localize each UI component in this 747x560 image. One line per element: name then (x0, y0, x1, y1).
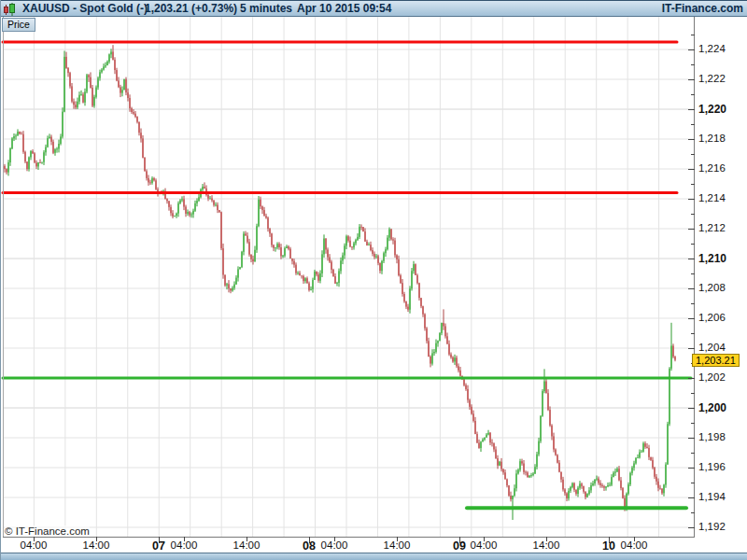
candle-body (37, 162, 39, 166)
candle-body (232, 287, 233, 290)
candle-body (415, 264, 416, 275)
candle-body (138, 122, 140, 133)
candle-body (431, 353, 433, 363)
candle-body (570, 487, 571, 491)
candle-body (631, 468, 633, 473)
candle-body (360, 227, 362, 228)
candle-body (529, 476, 530, 478)
candle-body (601, 485, 603, 486)
y-axis-label: 1,208 (698, 282, 726, 294)
candle-body (430, 357, 431, 364)
x-axis-time-label: 14:00 (76, 539, 117, 551)
candle-body (11, 138, 13, 148)
candle-body (52, 142, 54, 153)
candle-body (260, 200, 261, 207)
candle-body (573, 483, 575, 490)
candle-body (560, 472, 562, 480)
candle-body (517, 469, 519, 473)
candle-body (293, 261, 295, 265)
datetime-label: Apr 10 2015 09:54 (297, 1, 391, 17)
timeframe-label: 5 minutes (240, 1, 292, 17)
tab-price[interactable]: Price (2, 18, 35, 32)
candle-body (187, 212, 189, 214)
candle-body (456, 357, 458, 366)
candle-body (613, 473, 614, 478)
candle-body (39, 162, 41, 163)
candle-body (486, 435, 487, 438)
candle-body (267, 217, 269, 229)
candle-body (316, 272, 317, 274)
candle-body (226, 284, 228, 285)
candle-body (549, 410, 551, 426)
candle-body (585, 492, 586, 497)
y-axis-label: 1,216 (698, 162, 726, 175)
candle-body (504, 472, 506, 479)
candle-body (92, 88, 93, 105)
candle-body (174, 216, 176, 217)
candle-body (243, 233, 245, 251)
candle-body (177, 203, 179, 214)
candle-body (67, 68, 69, 73)
candle-body (202, 187, 204, 189)
candle-body (6, 169, 7, 173)
candle-body (390, 230, 392, 240)
candle-body (50, 137, 52, 142)
candle-body (581, 483, 583, 485)
candle-body (224, 274, 226, 285)
candle-body (484, 438, 486, 440)
candle-body (387, 238, 388, 250)
candle-body (331, 262, 332, 270)
candle-body (332, 270, 334, 276)
x-axis-time-label: 04:00 (163, 539, 204, 551)
candle-body (413, 264, 415, 271)
candle-body (146, 171, 148, 177)
candle-body (198, 197, 200, 201)
candle-body (131, 108, 133, 112)
candle-body (510, 496, 512, 499)
candle-body (17, 132, 19, 135)
candle-body (444, 326, 446, 336)
candle-body (297, 273, 299, 273)
candle-body (258, 200, 260, 227)
price-chart-plot[interactable] (0, 0, 747, 560)
candle-body (41, 162, 43, 163)
candle-body (282, 256, 284, 257)
candle-body (359, 227, 360, 237)
candle-body (472, 413, 474, 421)
candle-body (663, 484, 665, 493)
candle-body (304, 278, 306, 281)
candle-body (222, 248, 224, 274)
candle-body (646, 447, 648, 448)
candle-body (179, 201, 181, 203)
candle-body (166, 199, 168, 201)
candle-body (133, 112, 134, 114)
candle-body (90, 77, 92, 88)
candle-body (374, 254, 375, 258)
candle-body (344, 245, 345, 255)
candle-body (407, 307, 409, 310)
candle-body (26, 161, 28, 169)
candle-body (295, 265, 297, 273)
candle-body (480, 441, 482, 448)
x-axis-time-label: 04:00 (613, 539, 655, 551)
candle-body (144, 158, 146, 172)
candle-body (241, 252, 243, 267)
candle-body (338, 271, 340, 283)
candle-body (521, 461, 523, 463)
candle-body (134, 114, 136, 117)
candle-body (564, 489, 566, 493)
x-axis-time-label: 14:00 (226, 539, 267, 551)
candle-body (639, 452, 641, 457)
candle-body (448, 344, 450, 355)
candle-body (641, 452, 642, 453)
candle-body (153, 178, 155, 180)
candle-body (228, 284, 230, 288)
candle-body (644, 443, 646, 447)
candle-body (321, 254, 323, 273)
x-axis-time-label: 04:00 (463, 539, 504, 551)
candle-body (392, 239, 394, 240)
candle-body (71, 86, 73, 101)
candle-body (379, 263, 381, 271)
candle-body (590, 485, 592, 490)
candle-body (577, 488, 579, 494)
